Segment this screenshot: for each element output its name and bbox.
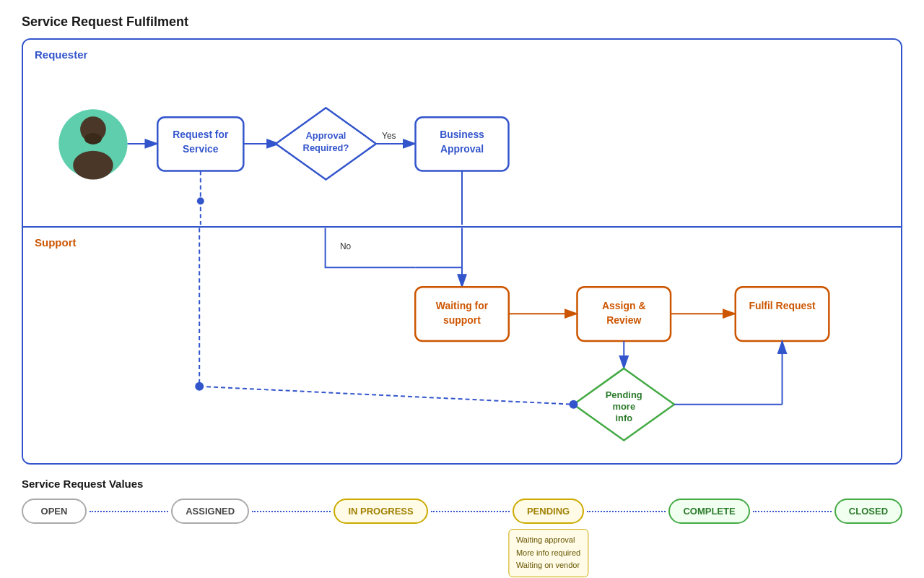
- node-ar-text2: Required?: [303, 142, 349, 153]
- dashed-bottom: [199, 387, 573, 405]
- avatar-body: [73, 151, 113, 180]
- values-section: Service Request Values OPEN ASSIGNED IN …: [22, 478, 902, 524]
- connector-1: [90, 511, 168, 512]
- node-rfs-text1: Request for: [173, 129, 229, 140]
- diagram-container: Requester Request for Service Approval R…: [22, 38, 902, 465]
- yes-label: Yes: [382, 131, 396, 141]
- badge-closed: CLOSED: [834, 499, 902, 524]
- badge-pending: PENDING: [513, 499, 584, 524]
- connector-3: [431, 511, 510, 512]
- support-section: Support No: [23, 228, 901, 465]
- node-fulfil-request: [736, 287, 829, 341]
- node-ba-text1: Business: [440, 129, 484, 140]
- pending-sub-1: Waiting approval: [516, 534, 580, 547]
- node-pm-text3: info: [615, 413, 632, 423]
- pending-sub-2: More info required: [516, 547, 580, 560]
- node-ar2-text1: Assign &: [602, 300, 645, 311]
- connector-4: [587, 511, 666, 512]
- dashed-dot-top: [197, 197, 204, 204]
- support-svg: No Waiting for support Assign & Review F…: [23, 228, 901, 465]
- node-ar2-text2: Review: [606, 314, 641, 326]
- node-ba-text2: Approval: [440, 143, 484, 155]
- badge-inprogress: IN PROGRESS: [334, 499, 427, 524]
- avatar-beard: [84, 133, 102, 144]
- node-fr-text1: Fulfil Request: [749, 300, 816, 311]
- pending-sub-3: Waiting on vendor: [516, 559, 580, 572]
- no-label: No: [340, 241, 352, 251]
- requester-section: Requester Request for Service Approval R…: [23, 40, 901, 228]
- node-pm-text1: Pending: [606, 389, 642, 400]
- connector-2: [252, 511, 331, 512]
- dashed-dot-right: [570, 400, 578, 409]
- badge-open: OPEN: [22, 499, 87, 524]
- page-title: Service Request Fulfilment: [22, 14, 902, 30]
- badge-complete: COMPLETE: [668, 499, 749, 524]
- values-row: OPEN ASSIGNED IN PROGRESS PENDING Waitin…: [22, 499, 902, 524]
- values-title: Service Request Values: [22, 478, 902, 490]
- node-ws-text1: Waiting for: [436, 300, 489, 311]
- node-rfs-text2: Service: [183, 143, 219, 155]
- pending-container: PENDING Waiting approval More info requi…: [513, 499, 584, 524]
- node-ar-text1: Approval: [306, 130, 346, 141]
- pending-tooltip: Waiting approval More info required Wait…: [508, 529, 588, 577]
- node-pm-text2: more: [612, 401, 635, 412]
- path-no: [326, 228, 416, 268]
- node-ws-text2: support: [443, 314, 481, 326]
- connector-5: [753, 511, 832, 512]
- badge-assigned: ASSIGNED: [171, 499, 249, 524]
- requester-svg: Request for Service Approval Required? Y…: [23, 40, 901, 226]
